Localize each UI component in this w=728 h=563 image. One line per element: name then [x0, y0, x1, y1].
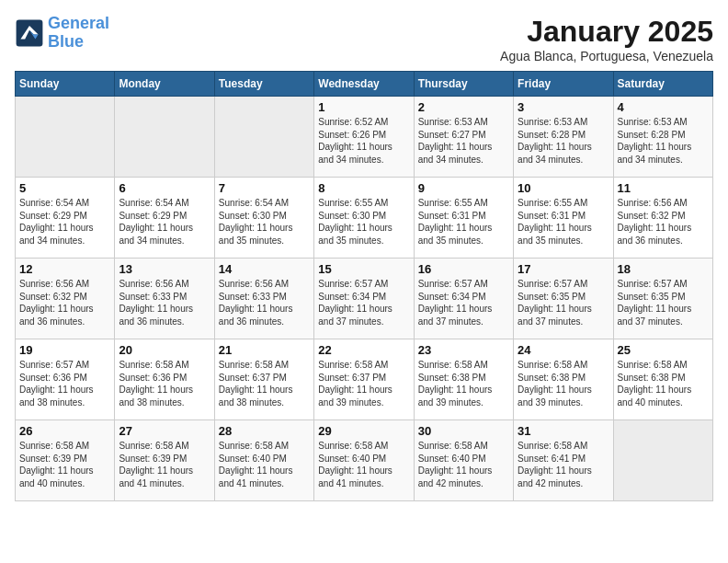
day-info: Sunrise: 6:53 AM Sunset: 6:28 PM Dayligh… [518, 116, 609, 166]
calendar-cell: 17Sunrise: 6:57 AM Sunset: 6:35 PM Dayli… [514, 259, 613, 339]
calendar-cell [115, 97, 214, 178]
calendar-cell: 28Sunrise: 6:58 AM Sunset: 6:40 PM Dayli… [214, 420, 313, 501]
calendar-cell: 14Sunrise: 6:56 AM Sunset: 6:33 PM Dayli… [214, 259, 313, 339]
calendar-cell: 16Sunrise: 6:57 AM Sunset: 6:34 PM Dayli… [414, 259, 513, 339]
calendar-cell: 29Sunrise: 6:58 AM Sunset: 6:40 PM Dayli… [314, 420, 414, 501]
day-number: 4 [618, 100, 709, 114]
calendar-cell: 30Sunrise: 6:58 AM Sunset: 6:40 PM Dayli… [414, 420, 513, 501]
day-number: 25 [618, 343, 709, 357]
calendar-cell: 4Sunrise: 6:53 AM Sunset: 6:28 PM Daylig… [613, 97, 712, 178]
weekday-header-thursday: Thursday [414, 72, 513, 97]
day-number: 11 [618, 181, 709, 195]
location-subtitle: Agua Blanca, Portuguesa, Venezuela [500, 49, 713, 63]
day-info: Sunrise: 6:52 AM Sunset: 6:26 PM Dayligh… [318, 116, 409, 166]
weekday-header-friday: Friday [514, 72, 613, 97]
day-info: Sunrise: 6:54 AM Sunset: 6:29 PM Dayligh… [19, 197, 110, 247]
logo-text: General Blue [48, 15, 109, 52]
day-info: Sunrise: 6:55 AM Sunset: 6:31 PM Dayligh… [518, 197, 609, 247]
day-info: Sunrise: 6:55 AM Sunset: 6:30 PM Dayligh… [318, 197, 409, 247]
calendar-cell: 25Sunrise: 6:58 AM Sunset: 6:38 PM Dayli… [613, 339, 712, 420]
calendar-cell [214, 97, 313, 178]
day-number: 14 [219, 262, 310, 276]
calendar-cell: 21Sunrise: 6:58 AM Sunset: 6:37 PM Dayli… [214, 339, 313, 420]
day-info: Sunrise: 6:58 AM Sunset: 6:41 PM Dayligh… [518, 440, 609, 489]
day-info: Sunrise: 6:58 AM Sunset: 6:40 PM Dayligh… [418, 440, 509, 489]
calendar-cell: 18Sunrise: 6:57 AM Sunset: 6:35 PM Dayli… [613, 259, 712, 339]
day-info: Sunrise: 6:57 AM Sunset: 6:34 PM Dayligh… [318, 278, 409, 327]
calendar-cell: 8Sunrise: 6:55 AM Sunset: 6:30 PM Daylig… [314, 178, 414, 259]
calendar-cell: 1Sunrise: 6:52 AM Sunset: 6:26 PM Daylig… [314, 97, 414, 178]
day-info: Sunrise: 6:58 AM Sunset: 6:37 PM Dayligh… [219, 359, 310, 408]
calendar-cell: 13Sunrise: 6:56 AM Sunset: 6:33 PM Dayli… [115, 259, 214, 339]
calendar-cell: 5Sunrise: 6:54 AM Sunset: 6:29 PM Daylig… [16, 178, 115, 259]
day-info: Sunrise: 6:58 AM Sunset: 6:38 PM Dayligh… [618, 359, 709, 408]
day-number: 19 [19, 343, 110, 357]
calendar-cell: 31Sunrise: 6:58 AM Sunset: 6:41 PM Dayli… [514, 420, 613, 501]
day-info: Sunrise: 6:58 AM Sunset: 6:37 PM Dayligh… [318, 359, 409, 408]
calendar-cell [16, 97, 115, 178]
day-info: Sunrise: 6:58 AM Sunset: 6:38 PM Dayligh… [518, 359, 609, 408]
calendar-cell: 9Sunrise: 6:55 AM Sunset: 6:31 PM Daylig… [414, 178, 513, 259]
day-number: 21 [219, 343, 310, 357]
day-number: 12 [19, 262, 110, 276]
calendar-cell: 19Sunrise: 6:57 AM Sunset: 6:36 PM Dayli… [16, 339, 115, 420]
day-number: 15 [318, 262, 409, 276]
day-number: 22 [318, 343, 409, 357]
calendar-body: 1Sunrise: 6:52 AM Sunset: 6:26 PM Daylig… [16, 97, 713, 501]
day-info: Sunrise: 6:55 AM Sunset: 6:31 PM Dayligh… [418, 197, 509, 247]
day-number: 8 [318, 181, 409, 195]
day-info: Sunrise: 6:58 AM Sunset: 6:39 PM Dayligh… [19, 440, 110, 489]
day-number: 10 [518, 181, 609, 195]
day-info: Sunrise: 6:57 AM Sunset: 6:35 PM Dayligh… [618, 278, 709, 327]
calendar-cell: 27Sunrise: 6:58 AM Sunset: 6:39 PM Dayli… [115, 420, 214, 501]
calendar-cell: 3Sunrise: 6:53 AM Sunset: 6:28 PM Daylig… [514, 97, 613, 178]
day-number: 6 [119, 181, 210, 195]
day-number: 24 [518, 343, 609, 357]
day-info: Sunrise: 6:57 AM Sunset: 6:36 PM Dayligh… [19, 359, 110, 408]
calendar-cell: 24Sunrise: 6:58 AM Sunset: 6:38 PM Dayli… [514, 339, 613, 420]
day-info: Sunrise: 6:57 AM Sunset: 6:34 PM Dayligh… [418, 278, 509, 327]
day-info: Sunrise: 6:57 AM Sunset: 6:35 PM Dayligh… [518, 278, 609, 327]
logo-icon [15, 18, 44, 48]
title-block: January 2025 Agua Blanca, Portuguesa, Ve… [500, 15, 713, 63]
calendar-cell: 2Sunrise: 6:53 AM Sunset: 6:27 PM Daylig… [414, 97, 513, 178]
day-number: 16 [418, 262, 509, 276]
day-number: 30 [418, 424, 509, 438]
logo: General Blue [15, 15, 109, 52]
weekday-header-monday: Monday [115, 72, 214, 97]
calendar-cell: 10Sunrise: 6:55 AM Sunset: 6:31 PM Dayli… [514, 178, 613, 259]
calendar-cell: 6Sunrise: 6:54 AM Sunset: 6:29 PM Daylig… [115, 178, 214, 259]
day-number: 1 [318, 100, 409, 114]
day-number: 18 [618, 262, 709, 276]
weekday-row: SundayMondayTuesdayWednesdayThursdayFrid… [16, 72, 713, 97]
month-title: January 2025 [500, 15, 713, 49]
calendar-cell: 11Sunrise: 6:56 AM Sunset: 6:32 PM Dayli… [613, 178, 712, 259]
day-info: Sunrise: 6:58 AM Sunset: 6:38 PM Dayligh… [418, 359, 509, 408]
day-number: 2 [418, 100, 509, 114]
logo-blue: Blue [48, 32, 84, 51]
day-number: 23 [418, 343, 509, 357]
day-info: Sunrise: 6:56 AM Sunset: 6:33 PM Dayligh… [219, 278, 310, 327]
calendar-cell: 7Sunrise: 6:54 AM Sunset: 6:30 PM Daylig… [214, 178, 313, 259]
day-number: 26 [19, 424, 110, 438]
day-number: 17 [518, 262, 609, 276]
day-number: 7 [219, 181, 310, 195]
day-info: Sunrise: 6:53 AM Sunset: 6:28 PM Dayligh… [618, 116, 709, 166]
day-number: 27 [119, 424, 210, 438]
day-number: 9 [418, 181, 509, 195]
day-info: Sunrise: 6:56 AM Sunset: 6:32 PM Dayligh… [618, 197, 709, 247]
calendar-cell: 23Sunrise: 6:58 AM Sunset: 6:38 PM Dayli… [414, 339, 513, 420]
weekday-header-saturday: Saturday [613, 72, 712, 97]
day-info: Sunrise: 6:58 AM Sunset: 6:40 PM Dayligh… [318, 440, 409, 489]
calendar-week-1: 1Sunrise: 6:52 AM Sunset: 6:26 PM Daylig… [16, 97, 713, 178]
day-info: Sunrise: 6:54 AM Sunset: 6:30 PM Dayligh… [219, 197, 310, 247]
calendar-week-5: 26Sunrise: 6:58 AM Sunset: 6:39 PM Dayli… [16, 420, 713, 501]
day-number: 3 [518, 100, 609, 114]
weekday-header-sunday: Sunday [16, 72, 115, 97]
calendar-week-2: 5Sunrise: 6:54 AM Sunset: 6:29 PM Daylig… [16, 178, 713, 259]
calendar-header: SundayMondayTuesdayWednesdayThursdayFrid… [16, 72, 713, 97]
weekday-header-wednesday: Wednesday [314, 72, 414, 97]
calendar-cell [613, 420, 712, 501]
calendar-cell: 20Sunrise: 6:58 AM Sunset: 6:36 PM Dayli… [115, 339, 214, 420]
day-number: 31 [518, 424, 609, 438]
